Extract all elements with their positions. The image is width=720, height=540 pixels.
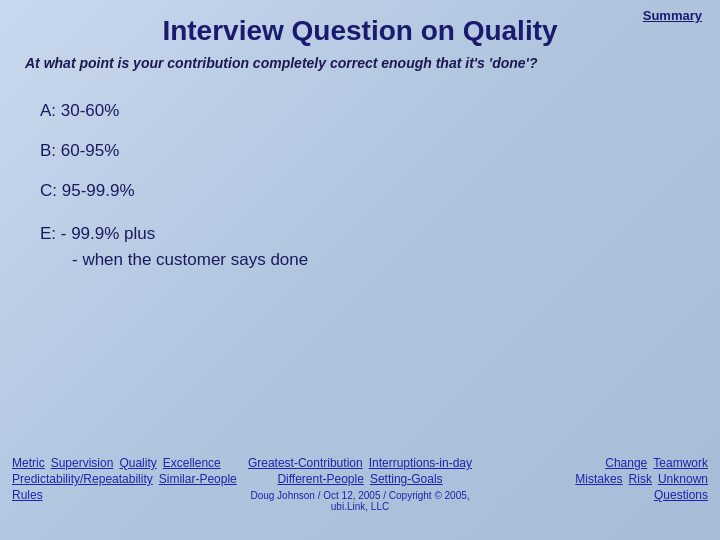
footer-link-risk[interactable]: Risk — [629, 472, 652, 486]
footer-link-change[interactable]: Change — [605, 456, 647, 470]
footer-link-excellence[interactable]: Excellence — [163, 456, 221, 470]
footer-link-unknown[interactable]: Unknown — [658, 472, 708, 486]
header-area: Interview Question on Quality Summary — [0, 0, 720, 47]
footer-center-row2: Different-People Setting-Goals — [277, 472, 442, 486]
footer-link-rules[interactable]: Rules — [12, 488, 43, 502]
footer-link-supervision[interactable]: Supervision — [51, 456, 114, 470]
answer-a: A: 30-60% — [40, 91, 690, 131]
footer-left-row2: Predictability/Repeatability Similar-Peo… — [12, 472, 237, 486]
answer-b: B: 60-95% — [40, 131, 690, 171]
footer-center-row3: Doug Johnson / Oct 12, 2005 / Copyright … — [245, 488, 474, 512]
footer-link-predictability[interactable]: Predictability/Repeatability — [12, 472, 153, 486]
footer-col-center: Greatest-Contribution Interruptions-in-d… — [245, 456, 474, 512]
footer-right-row2: Mistakes Risk Unknown — [575, 472, 708, 486]
footer-link-greatest-contribution[interactable]: Greatest-Contribution — [248, 456, 363, 470]
content-area: A: 30-60% B: 60-95% C: 95-99.9% E: - 99.… — [0, 71, 720, 292]
answer-c: C: 95-99.9% — [40, 171, 690, 211]
footer-col-right: Change Teamwork Mistakes Risk Unknown Qu… — [479, 456, 708, 512]
subtitle: At what point is your contribution compl… — [0, 47, 720, 71]
summary-link[interactable]: Summary — [643, 8, 702, 23]
main-container: Interview Question on Quality Summary At… — [0, 0, 720, 540]
footer-center-row1: Greatest-Contribution Interruptions-in-d… — [248, 456, 472, 470]
footer-grid: Metric Supervision Quality Excellence Pr… — [12, 456, 708, 512]
footer-right-row3: Questions — [654, 488, 708, 502]
footer-link-teamwork[interactable]: Teamwork — [653, 456, 708, 470]
footer-link-quality[interactable]: Quality — [119, 456, 156, 470]
footer-link-similar-people[interactable]: Similar-People — [159, 472, 237, 486]
footer-link-interruptions[interactable]: Interruptions-in-day — [369, 456, 472, 470]
answer-e-line2: - when the customer says done — [40, 247, 690, 273]
footer-link-setting-goals[interactable]: Setting-Goals — [370, 472, 443, 486]
copyright-text: Doug Johnson / Oct 12, 2005 / Copyright … — [245, 490, 474, 512]
footer-link-metric[interactable]: Metric — [12, 456, 45, 470]
footer-link-mistakes[interactable]: Mistakes — [575, 472, 622, 486]
page-title: Interview Question on Quality — [20, 10, 700, 47]
answer-e-line1: E: - 99.9% plus — [40, 221, 690, 247]
footer-col-left: Metric Supervision Quality Excellence Pr… — [12, 456, 241, 512]
footer-link-different-people[interactable]: Different-People — [277, 472, 364, 486]
footer-left-row3: Rules — [12, 488, 43, 502]
footer-right-row1: Change Teamwork — [605, 456, 708, 470]
footer-left-row1: Metric Supervision Quality Excellence — [12, 456, 221, 470]
answer-e: E: - 99.9% plus - when the customer says… — [40, 211, 690, 282]
footer-link-questions[interactable]: Questions — [654, 488, 708, 502]
footer-nav: Metric Supervision Quality Excellence Pr… — [0, 456, 720, 512]
